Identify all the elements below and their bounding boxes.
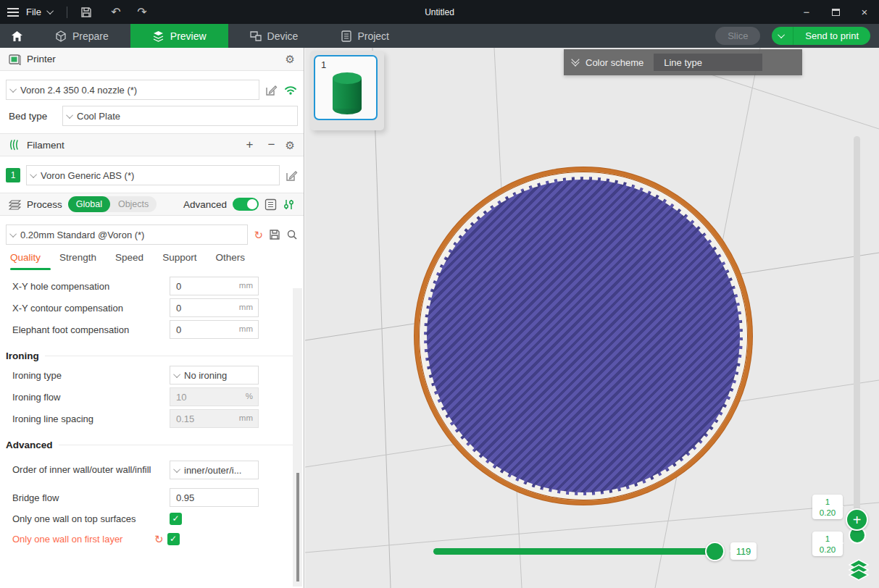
chevron-down-icon bbox=[173, 466, 180, 473]
line-type-select[interactable]: Line type bbox=[654, 54, 762, 71]
send-options-chevron-icon[interactable] bbox=[772, 27, 793, 45]
cube-icon bbox=[55, 30, 67, 42]
settings-sidebar: Printer ⚙ Voron 2.4 350 0.4 nozzle (*) B… bbox=[0, 48, 304, 588]
setting-row: X-Y contour compensation mm bbox=[0, 297, 304, 319]
setting-row: Elephant foot compensation mm bbox=[0, 319, 304, 340]
scope-objects-button[interactable]: Objects bbox=[110, 199, 157, 209]
save-preset-icon[interactable] bbox=[269, 229, 280, 240]
sidebar-scrollbar[interactable] bbox=[293, 288, 302, 587]
bed-type-label: Bed type bbox=[6, 111, 62, 122]
reset-setting-icon[interactable]: ↻ bbox=[154, 534, 164, 545]
tune-parameters-icon[interactable] bbox=[283, 198, 295, 211]
filament-settings-gear-icon[interactable]: ⚙ bbox=[286, 140, 295, 151]
add-filament-button[interactable]: + bbox=[242, 138, 258, 152]
close-button[interactable]: × bbox=[850, 0, 879, 24]
minimize-button[interactable]: − bbox=[792, 0, 821, 24]
save-icon[interactable] bbox=[80, 7, 99, 18]
process-layers-icon bbox=[9, 199, 21, 210]
setting-row: Order of inner wall/outer wall/infill in… bbox=[0, 453, 304, 487]
tab-quality[interactable]: Quality bbox=[10, 249, 41, 263]
tab-preview[interactable]: Preview bbox=[130, 24, 228, 48]
printer-settings-gear-icon[interactable]: ⚙ bbox=[286, 54, 295, 64]
ironing-flow-input bbox=[170, 387, 259, 406]
sliced-object[interactable] bbox=[414, 167, 752, 505]
setting-row: Bridge flow bbox=[0, 487, 304, 508]
chevron-down-icon bbox=[30, 171, 37, 178]
title-bar: File ↶ ↷ Untitled − × bbox=[0, 0, 879, 24]
search-icon[interactable] bbox=[286, 229, 298, 240]
color-scheme-panel: Color scheme Line type bbox=[564, 49, 802, 75]
edit-filament-icon[interactable] bbox=[286, 169, 298, 182]
process-preset-select[interactable]: 0.20mm Standard @Voron (*) bbox=[6, 224, 248, 245]
printer-icon bbox=[9, 54, 21, 65]
cylinder-model-preview bbox=[333, 72, 362, 114]
scrollbar-thumb[interactable] bbox=[296, 473, 299, 581]
filament-section-header: Filament + − ⚙ bbox=[0, 133, 304, 156]
file-menu-chevron-icon[interactable] bbox=[46, 7, 54, 14]
edit-printer-icon[interactable] bbox=[265, 84, 278, 96]
xy-hole-compensation-input[interactable] bbox=[170, 277, 259, 295]
layer-slider-track[interactable] bbox=[854, 136, 860, 537]
reset-preset-icon[interactable]: ↻ bbox=[254, 230, 263, 240]
printer-title: Printer bbox=[27, 54, 56, 64]
setting-row: X-Y hole compensation mm bbox=[0, 275, 304, 297]
infill-pattern bbox=[424, 177, 743, 495]
one-wall-top-checkbox[interactable]: ✓ bbox=[170, 513, 182, 525]
elephant-foot-compensation-input[interactable] bbox=[170, 320, 259, 339]
home-button[interactable] bbox=[0, 30, 33, 42]
chevron-down-icon bbox=[66, 112, 73, 119]
active-tab-underline bbox=[10, 268, 51, 270]
filament-spool-icon bbox=[9, 139, 21, 151]
printer-section-header: Printer ⚙ bbox=[0, 48, 304, 71]
tab-device[interactable]: Device bbox=[228, 24, 320, 48]
collapse-panel-icon[interactable] bbox=[572, 59, 578, 65]
advanced-label: Advanced bbox=[183, 199, 227, 210]
bed-type-select[interactable]: Cool Plate bbox=[62, 106, 298, 126]
wall-order-select[interactable]: inner/outer/i... bbox=[170, 461, 259, 479]
filament-preset-select[interactable]: Voron Generic ABS (*) bbox=[26, 165, 280, 185]
slice-button[interactable]: Slice bbox=[715, 27, 760, 45]
setting-row: Ironing flow % bbox=[0, 386, 304, 408]
bridge-flow-input[interactable] bbox=[170, 488, 259, 507]
plate-number: 1 bbox=[321, 59, 326, 70]
color-scheme-label: Color scheme bbox=[586, 57, 643, 68]
tab-support[interactable]: Support bbox=[162, 249, 196, 263]
xy-contour-compensation-input[interactable] bbox=[170, 298, 259, 317]
scope-global-button[interactable]: Global bbox=[68, 196, 110, 212]
printer-preset-select[interactable]: Voron 2.4 350 0.4 nozzle (*) bbox=[6, 80, 259, 100]
file-menu[interactable]: File bbox=[26, 7, 41, 17]
menu-icon[interactable] bbox=[7, 8, 19, 17]
plate-thumbnail-card[interactable]: 1 bbox=[314, 55, 378, 120]
setting-row: Ironing line spacing mm bbox=[0, 408, 304, 429]
parameter-list-icon[interactable] bbox=[264, 198, 277, 211]
tab-speed[interactable]: Speed bbox=[115, 249, 143, 263]
tab-prepare[interactable]: Prepare bbox=[33, 24, 130, 48]
layers-view-icon[interactable] bbox=[846, 557, 871, 581]
one-wall-first-layer-checkbox[interactable]: ✓ bbox=[167, 533, 180, 545]
tab-project[interactable]: Project bbox=[320, 24, 411, 48]
advanced-toggle[interactable] bbox=[233, 198, 259, 211]
project-icon bbox=[341, 30, 351, 42]
maximize-button[interactable] bbox=[821, 0, 850, 24]
layer-bottom-tooltip: 1 0.20 bbox=[812, 532, 843, 556]
preview-3d-viewport[interactable]: 1 Color scheme Line type 119 1 0.20 1 0.… bbox=[305, 48, 879, 588]
device-icon bbox=[250, 30, 262, 42]
redo-icon[interactable]: ↷ bbox=[133, 5, 151, 19]
tab-others[interactable]: Others bbox=[215, 249, 245, 263]
ironing-type-select[interactable]: No ironing bbox=[170, 366, 259, 385]
remove-filament-button[interactable]: − bbox=[264, 138, 280, 152]
filament-title: Filament bbox=[27, 140, 64, 151]
send-to-print-button[interactable]: Send to print bbox=[772, 27, 870, 45]
chevron-down-icon bbox=[9, 85, 17, 93]
undo-icon[interactable]: ↶ bbox=[107, 5, 125, 19]
filament-slot-badge: 1 bbox=[6, 168, 20, 182]
process-title: Process bbox=[27, 199, 62, 210]
tab-strength[interactable]: Strength bbox=[59, 249, 96, 263]
move-slider-track[interactable] bbox=[433, 548, 725, 555]
layer-slider-upper-handle[interactable]: + bbox=[846, 508, 868, 531]
setting-row: Only one wall on first layer ↻ ✓ bbox=[0, 529, 304, 549]
plate-thumbnail[interactable]: 1 bbox=[310, 51, 384, 130]
ironing-group-header: Ironing bbox=[0, 347, 304, 364]
move-slider-handle[interactable] bbox=[705, 542, 725, 561]
wifi-connection-icon[interactable] bbox=[283, 84, 298, 96]
